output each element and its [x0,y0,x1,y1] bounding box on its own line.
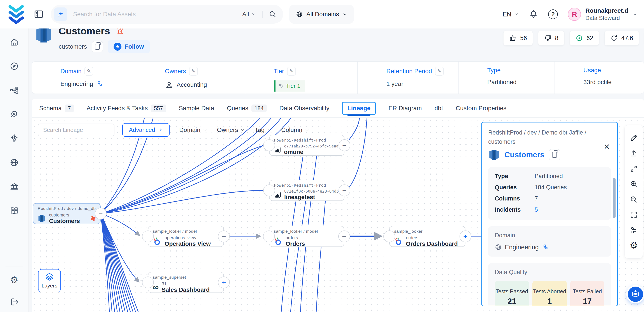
tab-lineage[interactable]: Lineage [342,102,376,115]
expand-upstream-handle[interactable] [263,139,275,151]
robot-icon [631,289,640,299]
nav-insights[interactable] [10,134,19,143]
downvote-button[interactable]: 8 [538,31,564,46]
collapse-downstream-handle[interactable]: − [95,208,106,220]
export-button[interactable] [630,149,638,158]
tab-dbt[interactable]: dbt [434,99,443,117]
layers-button[interactable]: Layers [38,269,61,292]
lineage-node-sales-dashboard[interactable]: sample_superset ∞ 31 Sales Dashboard + [148,272,224,293]
bank-icon [10,182,19,191]
fullscreen-button[interactable] [630,211,638,219]
user-menu[interactable]: R Rounakpreet.d Data Steward [568,7,638,22]
close-panel-button[interactable]: × [604,142,610,151]
upvote-button[interactable]: 56 [503,31,533,46]
follow-button[interactable]: ★ Follow [108,40,150,53]
filter-tag-dropdown[interactable]: Tag [255,126,272,133]
collapse-downstream-handle[interactable]: − [338,139,350,151]
nav-explore[interactable] [10,61,19,71]
lineage-node-operations-view[interactable]: sample_looker / model operations_view Op… [148,226,224,247]
nav-glossary[interactable] [10,206,19,216]
edit-lineage-button[interactable] [630,134,638,142]
edit-retention-button[interactable]: ✎ [435,67,444,76]
global-search-bar[interactable]: All [51,5,283,24]
nav-domains[interactable] [10,158,19,167]
collapse-downstream-handle[interactable]: − [218,230,230,242]
layers-icon [45,272,54,281]
panel-entity-link[interactable]: Customers [504,150,544,159]
lineage-search-box[interactable] [38,124,114,136]
tab-queries[interactable]: Queries184 [227,99,267,117]
expand-upstream-handle[interactable] [263,185,275,196]
tab-er-diagram[interactable]: ER Diagram [388,99,422,117]
settings-button[interactable]: ⚙ [630,241,638,250]
lineage-node-lineagetest[interactable]: Powerbi-Redshift-Prod 872e1f0c-500e-4e28… [269,180,344,201]
zoom-out-button[interactable] [630,195,638,204]
collapse-downstream-handle[interactable]: − [338,185,350,196]
chevron-down-icon [203,127,208,132]
tab-activity-feeds[interactable]: Activity Feeds & Tasks557 [87,99,166,117]
nav-home[interactable] [10,37,19,47]
version-button[interactable]: 47.6 [604,31,639,46]
chevron-down-icon [267,127,272,132]
owners-value[interactable]: Accounting [165,80,245,89]
tab-data-observability[interactable]: Data Observability [280,99,330,117]
expand-upstream-handle[interactable] [142,276,154,288]
avatar[interactable]: R [568,8,581,21]
notifications-bell-icon[interactable] [529,10,538,19]
search-icon[interactable] [269,10,276,18]
language-selector[interactable]: EN [503,11,519,18]
filter-domain-dropdown[interactable]: Domain [179,126,207,133]
chat-assistant-button[interactable] [628,286,643,302]
help-icon[interactable]: ? [548,10,558,19]
lineage-node-omone[interactable]: Powerbi-Redshift-Prod c771ab29-5792-46fc… [269,135,344,156]
panel-data-quality-card: Data Quality Tests Passed 21 Tests Abort… [488,263,611,306]
edit-domain-button[interactable]: ✎ [84,67,93,76]
graph-branch-icon [630,226,638,234]
fit-view-button[interactable] [630,165,638,173]
expand-downstream-handle[interactable]: + [218,276,230,288]
domain-value[interactable]: Engineering [60,80,136,87]
panel-breadcrumb[interactable]: RedshiftProd / dev / Demo dbt Jaffle / c… [488,128,593,146]
zoom-in-button[interactable] [630,180,638,188]
lineage-search-input[interactable] [43,127,116,133]
panel-domain-value[interactable]: Engineering [505,244,539,251]
expand-upstream-handle[interactable] [263,230,275,242]
expand-downstream-handle[interactable]: + [460,230,471,242]
nav-settings[interactable]: ⚙ [10,275,19,285]
filter-column-dropdown[interactable]: Column [281,126,309,133]
panel-scrollbar[interactable] [613,178,616,218]
app-logo-icon[interactable] [8,5,24,24]
expand-upstream-handle[interactable] [384,230,395,242]
lineage-node-orders-dashboard[interactable]: sample_looker orders Orders Dashboard + [389,226,466,247]
all-domains-dropdown[interactable]: All Domains [289,5,354,24]
entity-stats: 56 8 62 47.6 [503,31,644,46]
chevron-down-icon [304,127,310,132]
tab-custom-properties[interactable]: Custom Properties [456,99,506,117]
expand-upstream-handle[interactable] [142,230,154,242]
search-input[interactable] [73,11,242,18]
globe-icon [10,158,19,167]
nav-lineage[interactable] [10,85,19,95]
edit-owners-button[interactable]: ✎ [189,67,198,76]
watch-button[interactable]: 62 [570,31,599,46]
nav-observability[interactable] [10,110,19,119]
nav-logout[interactable] [10,297,19,307]
search-scope-dropdown[interactable]: All [242,11,262,18]
nav-govern[interactable] [10,182,19,192]
ai-sparkle-icon[interactable] [54,8,68,21]
lineage-node-customers[interactable]: RedshiftProd / dev / demo_dbt_jaffle cus… [33,203,101,224]
collapse-downstream-handle[interactable]: − [338,230,350,242]
tab-schema[interactable]: Schema7 [39,99,74,117]
edit-tier-button[interactable]: ✎ [287,67,296,76]
tier-badge[interactable]: Tier 1 [274,80,305,92]
powerbi-icon [274,145,281,154]
copy-button[interactable] [549,149,560,160]
copy-button[interactable] [92,41,103,52]
tab-sample-data[interactable]: Sample Data [179,99,214,117]
filter-owners-dropdown[interactable]: Owners [217,126,245,133]
sidebar-toggle-icon[interactable] [34,9,44,19]
advanced-filter-button[interactable]: Advanced [122,123,170,137]
lineage-config-button[interactable] [630,226,638,234]
lineage-node-orders[interactable]: sample_looker / model orders Orders − [269,226,344,247]
incidents-link[interactable]: 5 [534,206,538,213]
